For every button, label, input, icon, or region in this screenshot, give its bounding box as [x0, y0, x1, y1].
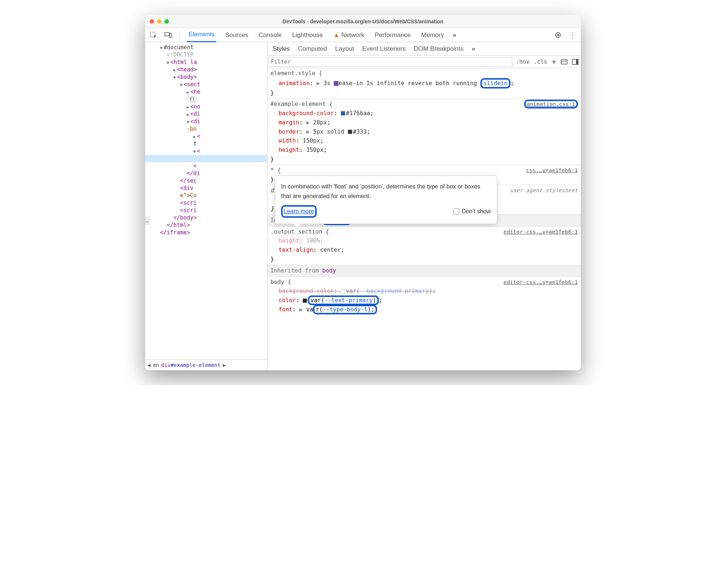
subtab-dom-breakpoints[interactable]: DOM Breakpoints: [414, 45, 463, 53]
color-swatch-icon[interactable]: [303, 298, 307, 303]
svg-rect-1: [165, 33, 169, 36]
tab-console[interactable]: Console: [257, 29, 283, 42]
svg-point-4: [557, 34, 559, 36]
tab-lighthouse[interactable]: Lighthouse: [291, 29, 324, 42]
titlebar: DevTools - developer.mozilla.org/en-US/d…: [145, 15, 581, 28]
elements-panel: ▼#document <!DOCTYP ▼<html la ▶<head> ▼<…: [145, 42, 267, 370]
computed-sidebar-icon[interactable]: [559, 59, 570, 65]
inherited-body-header: Inherited from body: [267, 265, 581, 277]
rule-element-style[interactable]: element.style { animation: ▶ 3s ease-in …: [267, 68, 581, 99]
breadcrumb[interactable]: ◀ mn div#example-element ▶: [145, 359, 267, 370]
settings-icon[interactable]: [555, 31, 562, 39]
rule-output-section[interactable]: editor-css.…v=ae1feb6:1 .output section …: [267, 227, 581, 265]
new-rule-icon[interactable]: +: [549, 57, 559, 66]
filter-row: :hov .cls +: [267, 56, 581, 68]
tab-sources[interactable]: Sources: [224, 29, 250, 42]
inspect-icon[interactable]: [150, 31, 157, 39]
hov-toggle[interactable]: :hov: [514, 59, 532, 65]
color-swatch-icon[interactable]: [348, 130, 352, 134]
chevron-left-icon[interactable]: ◀: [147, 362, 150, 368]
property-tooltip: In combination with 'float' and 'positio…: [275, 176, 497, 224]
overflow-icon[interactable]: »: [472, 45, 475, 53]
more-icon[interactable]: ⋮: [569, 31, 576, 40]
dom-tree[interactable]: ▼#document <!DOCTYP ▼<html la ▶<head> ▼<…: [145, 42, 267, 359]
styles-panel: Styles Computed Layout Event Listeners D…: [267, 42, 581, 370]
source-link[interactable]: editor-css.…v=ae1feb6:1: [503, 228, 578, 236]
tab-memory[interactable]: Memory: [420, 29, 445, 42]
styles-content: element.style { animation: ▶ 3s ease-in …: [267, 68, 581, 370]
gutter-ellipsis[interactable]: …: [145, 216, 150, 225]
rule-body[interactable]: editor-css.…v=ae1feb6:1 body { backgroun…: [267, 277, 581, 315]
svg-point-3: [556, 33, 560, 37]
ua-label: user agent stylesheet: [510, 186, 578, 195]
panel-toggle-icon[interactable]: [570, 59, 581, 65]
color-swatch-icon: [341, 289, 345, 294]
animation-name-link[interactable]: slidein: [483, 80, 507, 87]
svg-rect-8: [576, 59, 578, 64]
subtab-layout[interactable]: Layout: [335, 45, 354, 53]
warning-icon: ▲: [333, 31, 342, 39]
learn-more-link[interactable]: Learn more: [284, 208, 314, 214]
overflow-icon[interactable]: »: [453, 31, 456, 39]
divider: [179, 31, 180, 39]
device-icon[interactable]: [164, 31, 172, 39]
subtab-styles[interactable]: Styles: [273, 45, 290, 53]
tab-network[interactable]: ▲ Network: [332, 29, 366, 42]
source-link[interactable]: css.…v=ae1feb6:1: [526, 166, 578, 175]
subtab-event-listeners[interactable]: Event Listeners: [362, 45, 406, 53]
devtools-window: DevTools - developer.mozilla.org/en-US/d…: [145, 15, 581, 370]
tooltip-text: In combination with 'float' and 'positio…: [281, 182, 491, 201]
svg-rect-5: [561, 60, 567, 64]
subtab-computed[interactable]: Computed: [298, 45, 327, 53]
main-tabs: Elements Sources Console Lighthouse ▲ Ne…: [145, 28, 581, 42]
dont-show-checkbox[interactable]: Don't show: [453, 207, 491, 216]
svg-rect-2: [170, 33, 171, 37]
filter-input[interactable]: [268, 57, 512, 67]
cls-toggle[interactable]: .cls: [532, 59, 549, 65]
tab-performance[interactable]: Performance: [373, 29, 412, 42]
styles-subtabs: Styles Computed Layout Event Listeners D…: [267, 42, 581, 56]
selected-node[interactable]: [145, 155, 267, 162]
easing-swatch-icon[interactable]: [334, 81, 339, 86]
chevron-right-icon[interactable]: ▶: [223, 362, 226, 368]
rule-example-element[interactable]: animation.css:1 #example-element { backg…: [267, 99, 581, 165]
color-swatch-icon[interactable]: [341, 111, 345, 116]
window-title: DevTools - developer.mozilla.org/en-US/d…: [145, 19, 581, 24]
source-link[interactable]: editor-css.…v=ae1feb6:1: [503, 278, 578, 287]
tab-elements[interactable]: Elements: [187, 28, 216, 42]
source-link[interactable]: animation.css:1: [524, 100, 578, 108]
